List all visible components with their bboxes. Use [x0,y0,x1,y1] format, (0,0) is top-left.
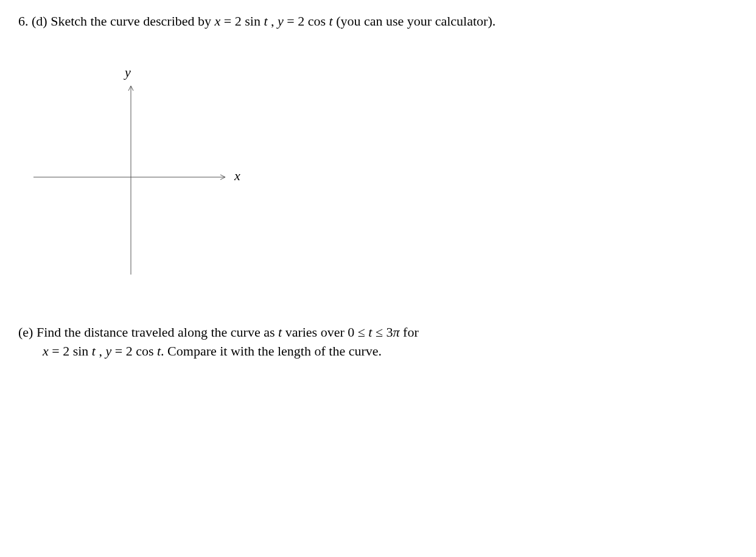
part-d-question: 6. (d) Sketch the curve described by x =… [18,12,738,31]
line2-x: x [43,343,49,359]
eq-text-2: = 2 cos [284,13,329,29]
line2-comma: , [96,343,106,359]
question-text-2: (you can use your calculator). [333,13,496,29]
eq-text: = 2 sin [220,13,264,29]
part-e-text1: Find the distance traveled along the cur… [37,324,278,340]
axes-svg [27,80,234,281]
coordinate-axes: y x [27,74,247,287]
x-axis-label: x [234,168,240,184]
question-number: 6. (d) [18,13,47,29]
line2-y: y [105,343,111,359]
part-e-pi: π [393,324,400,340]
part-e-question: (e) Find the distance traveled along the… [18,323,738,361]
y-axis-label: y [125,65,131,80]
part-e-text2: varies over 0 ≤ [282,324,368,340]
line2-eq1: = 2 sin [49,343,92,359]
eq-y: y [278,13,284,29]
eq-comma: , [268,13,278,29]
part-e-label: (e) [18,324,37,340]
part-e-text3: ≤ 3 [372,324,393,340]
line2-text: . Compare it with the length of the curv… [161,343,382,359]
part-e-line1: (e) Find the distance traveled along the… [18,323,738,342]
part-e-line2: x = 2 sin t , y = 2 cos t. Compare it wi… [43,342,738,361]
eq-x: x [215,13,221,29]
part-e-text4: for [400,324,419,340]
question-text-1: Sketch the curve described by [47,13,215,29]
line2-eq2: = 2 cos [111,343,157,359]
